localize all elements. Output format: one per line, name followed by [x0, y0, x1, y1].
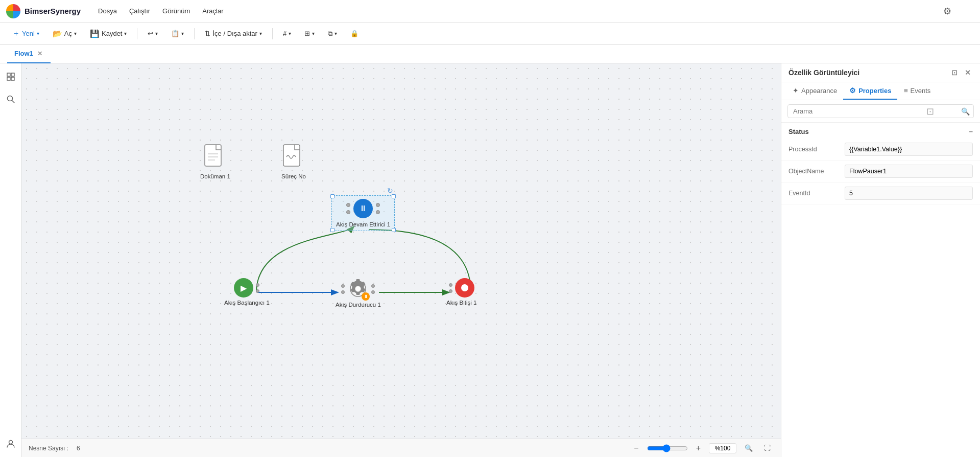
open-button[interactable]: 📂 Aç ▾ — [47, 27, 82, 40]
zoom-out-button[interactable]: − — [631, 443, 641, 454]
chevron-down-icon: ▾ — [289, 31, 291, 36]
svg-rect-9 — [283, 145, 300, 166]
topbar: BimserSynergy Dosya Çalıştır Görünüm Ara… — [0, 0, 980, 22]
canvas-area[interactable]: Doküman 1 Süreç No ↻ — [21, 63, 781, 457]
section-title: Status — [788, 128, 809, 135]
new-button[interactable]: ＋ Yeni ▾ — [7, 27, 44, 40]
undo-icon: ↩ — [148, 30, 153, 37]
chevron-down-icon: ▾ — [312, 31, 315, 36]
app-logo: BimserSynergy — [6, 4, 81, 18]
section-header-status: Status − — [781, 123, 980, 139]
property-row-processid: ProcessId — [781, 139, 980, 161]
left-sidebar — [0, 63, 21, 457]
sidebar-user-icon[interactable] — [4, 437, 18, 451]
zoom-fit-icon[interactable]: 🔍 — [742, 443, 756, 453]
tab-label: Appearance — [801, 87, 837, 95]
svg-point-10 — [355, 286, 361, 292]
tab-appearance[interactable]: ✦ Appearance — [786, 82, 843, 100]
panel-search: 🔍 ⊡ — [781, 100, 980, 123]
separator-2 — [194, 28, 195, 39]
collapse-icon[interactable]: − — [969, 128, 973, 135]
node-stopper1[interactable]: ⏸ Akış Durdurucu 1 — [336, 278, 381, 308]
processid-input[interactable] — [845, 143, 973, 156]
selection-handle-bl — [330, 228, 334, 232]
node-pauser1[interactable]: ↻ ⏸ Akış Devam Ettirici 1 — [331, 195, 395, 231]
node-label: Akış Devam Ettirici 1 — [336, 221, 390, 227]
grid-button[interactable]: # ▾ — [278, 28, 296, 39]
zoom-input[interactable] — [709, 443, 736, 453]
sidebar-tools-icon[interactable] — [4, 70, 18, 84]
chevron-down-icon: ▾ — [155, 31, 158, 36]
import-export-button[interactable]: ⇅ İçe / Dışa aktar ▾ — [200, 28, 267, 39]
node-label: Akış Bitişi 1 — [446, 300, 476, 306]
zoom-controls: − + 🔍 ⛶ — [631, 443, 774, 454]
connector-dot — [256, 289, 259, 293]
user-avatar[interactable] — [958, 3, 974, 19]
clipboard-icon: 📋 — [171, 30, 179, 37]
rotate-handle[interactable]: ↻ — [387, 187, 393, 195]
panel-header: Özellik Görüntüleyici ⊡ ✕ — [781, 63, 980, 82]
panel-pin-icon[interactable]: ⊡ — [949, 67, 960, 78]
chevron-down-icon: ▾ — [334, 31, 337, 36]
tab-flow1[interactable]: Flow1 ✕ — [7, 45, 51, 63]
fit-screen-icon[interactable]: ⛶ — [761, 443, 774, 453]
eventid-input[interactable] — [845, 187, 973, 200]
chevron-down-icon: ▾ — [74, 31, 77, 36]
surec-icon — [279, 143, 308, 171]
lock-button[interactable]: 🔒 — [345, 28, 364, 39]
panel-close-icon[interactable]: ✕ — [963, 67, 973, 78]
undo-button[interactable]: ↩ ▾ — [142, 28, 163, 39]
topbar-right: ⚙ — [943, 3, 974, 19]
logo-icon — [6, 4, 20, 18]
save-icon: 💾 — [90, 29, 100, 38]
stopper-connectors-left — [341, 284, 345, 294]
tab-events[interactable]: ≡ Events — [897, 82, 937, 100]
property-row-objectname: ObjectName — [781, 161, 980, 182]
tab-properties[interactable]: ⚙ Properties — [843, 82, 897, 100]
stopper-node-body: ⏸ — [341, 278, 375, 300]
node-end1[interactable]: Akış Bitişi 1 — [446, 278, 476, 306]
menu-gorunum[interactable]: Görünüm — [157, 5, 195, 17]
paste-button[interactable]: 📋 ▾ — [166, 28, 189, 39]
start-node-body: ▶ — [234, 278, 259, 298]
start-circle: ▶ — [234, 278, 253, 298]
node-dokuman1[interactable]: Doküman 1 — [200, 143, 230, 179]
save-button[interactable]: 💾 Kaydet ▾ — [85, 27, 132, 40]
property-label: ProcessId — [788, 146, 840, 153]
connector-dot — [376, 210, 380, 214]
pauser-node-body: ⏸ — [346, 199, 380, 218]
property-label: ObjectName — [788, 168, 840, 175]
objectname-input[interactable] — [845, 165, 973, 178]
sidebar-search-icon[interactable] — [4, 92, 18, 106]
node-surec-no[interactable]: Süreç No — [279, 143, 308, 179]
right-connectors — [376, 203, 380, 214]
canvas-connections — [21, 63, 781, 457]
panel-title: Özellik Görüntüleyici — [788, 68, 859, 77]
zoom-slider[interactable] — [647, 444, 688, 452]
copy-button[interactable]: ⧉ ▾ — [323, 28, 342, 40]
settings-icon[interactable]: ⚙ — [943, 6, 951, 17]
zoom-in-button[interactable]: + — [693, 443, 704, 454]
svg-line-1 — [12, 101, 14, 103]
menu-dosya[interactable]: Dosya — [93, 5, 122, 17]
connector-dot — [341, 290, 345, 294]
lock-icon: 🔒 — [350, 30, 358, 37]
separator-3 — [272, 28, 273, 39]
start-connectors — [256, 283, 259, 293]
connector-dot — [256, 283, 259, 287]
panel-section-status: Status − ProcessId ObjectName EventId — [781, 123, 980, 204]
properties-icon: ⚙ — [849, 86, 856, 95]
menu-calistir[interactable]: Çalıştır — [124, 5, 155, 17]
chevron-down-icon: ▾ — [181, 31, 184, 36]
layout-button[interactable]: ⊞ ▾ — [299, 28, 320, 39]
menu-araclar[interactable]: Araçlar — [197, 5, 228, 17]
app-name: BimserSynergy — [25, 7, 81, 15]
search-input[interactable] — [787, 104, 974, 118]
panel-layout-icon[interactable]: ⊡ — [926, 106, 934, 117]
connector-dot — [376, 203, 380, 207]
node-start1[interactable]: ▶ Akış Başlangıcı 1 — [224, 278, 270, 306]
connector-dot — [341, 284, 345, 288]
chevron-down-icon: ▾ — [124, 31, 127, 36]
tab-close-icon[interactable]: ✕ — [36, 50, 43, 57]
search-icon: 🔍 — [961, 107, 970, 116]
